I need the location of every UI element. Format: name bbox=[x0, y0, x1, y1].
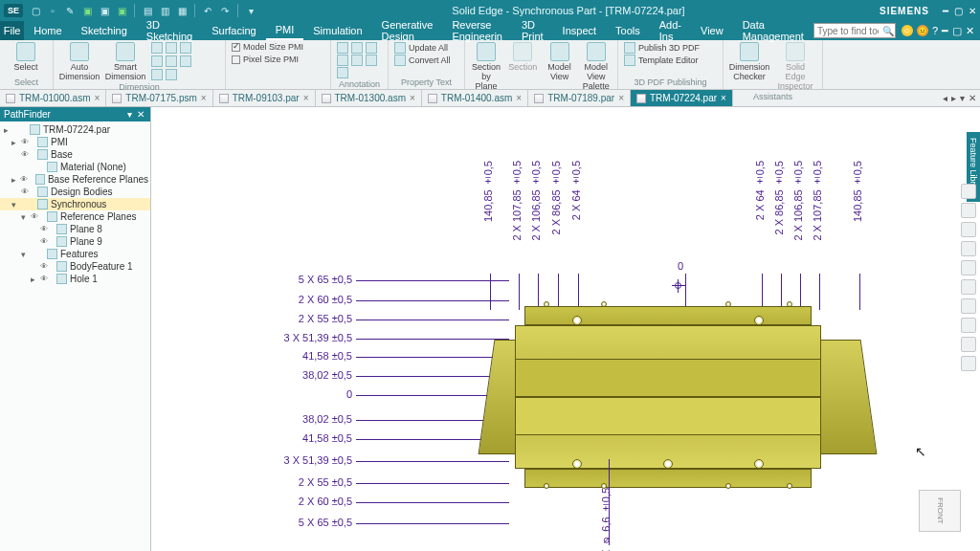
d6-icon[interactable] bbox=[180, 55, 191, 67]
save-icon[interactable]: ✎ bbox=[63, 4, 77, 17]
minimize-icon[interactable]: ━ bbox=[943, 6, 948, 16]
min2-icon[interactable]: ━ bbox=[942, 25, 948, 37]
visibility-icon[interactable] bbox=[13, 125, 27, 134]
pf-node[interactable]: 👁Design Bodies bbox=[0, 186, 150, 198]
new-icon[interactable]: ▢ bbox=[29, 4, 42, 17]
pf-node[interactable]: ▸👁PMI bbox=[0, 136, 150, 148]
tab-next-icon[interactable]: ▸ bbox=[951, 93, 956, 103]
visibility-icon[interactable]: 👁 bbox=[40, 262, 54, 271]
menu-surfacing[interactable]: Surfacing bbox=[202, 21, 265, 40]
tab-close-x-icon[interactable]: × bbox=[94, 93, 100, 103]
menu-simulation[interactable]: Simulation bbox=[303, 21, 371, 40]
model-view-button[interactable]: Model View bbox=[545, 42, 575, 81]
doc-tab[interactable]: TRM-07189.par× bbox=[528, 90, 631, 106]
tab-close-x-icon[interactable]: × bbox=[516, 93, 522, 103]
visibility-icon[interactable]: 👁 bbox=[21, 150, 34, 159]
model-size-pmi-check[interactable]: Model Size PMI bbox=[232, 42, 324, 52]
visibility-icon[interactable]: 👁 bbox=[31, 212, 44, 221]
vtool-8[interactable] bbox=[961, 318, 976, 333]
menu-3d-sketching[interactable]: 3D Sketching bbox=[137, 21, 202, 40]
inspector-button[interactable]: Solid Edge Inspector bbox=[775, 42, 815, 91]
visibility-icon[interactable] bbox=[21, 200, 34, 209]
template-editor-button[interactable]: Template Editor bbox=[624, 55, 717, 66]
menu-tools[interactable]: Tools bbox=[606, 21, 650, 40]
d7-icon[interactable] bbox=[151, 69, 163, 80]
visibility-icon[interactable] bbox=[31, 163, 44, 171]
update-all-button[interactable]: Update All bbox=[394, 42, 458, 54]
close2-icon[interactable]: ✕ bbox=[966, 25, 974, 37]
doc-tab[interactable]: TRM-01300.asm× bbox=[316, 90, 422, 106]
menu-inspect[interactable]: Inspect bbox=[553, 21, 606, 40]
doc-tab[interactable]: TRM-01000.asm× bbox=[0, 90, 106, 106]
tab-list-icon[interactable]: ▾ bbox=[960, 93, 965, 103]
doc3-icon[interactable]: ▦ bbox=[175, 4, 189, 17]
twisty-icon[interactable]: ▸ bbox=[29, 275, 37, 284]
undo-icon[interactable]: ↶ bbox=[201, 4, 214, 17]
menu-view[interactable]: View bbox=[691, 21, 733, 40]
visibility-icon[interactable]: 👁 bbox=[40, 275, 54, 283]
new2-icon[interactable]: ▫ bbox=[46, 4, 59, 17]
visibility-icon[interactable]: 👁 bbox=[40, 225, 54, 233]
tool-search[interactable]: 🔍 bbox=[813, 23, 896, 38]
a2-icon[interactable] bbox=[351, 42, 363, 54]
visibility-icon[interactable] bbox=[31, 250, 44, 258]
help-icon[interactable]: ? bbox=[932, 25, 938, 36]
vtool-5[interactable] bbox=[961, 260, 976, 276]
a3-icon[interactable] bbox=[366, 42, 377, 54]
a6-icon[interactable] bbox=[366, 55, 377, 66]
tab-close-x-icon[interactable]: × bbox=[618, 93, 624, 103]
vtool-1[interactable] bbox=[961, 184, 976, 199]
vtool-9[interactable] bbox=[961, 337, 976, 352]
pixel-size-pmi-check[interactable]: Pixel Size PMI bbox=[232, 55, 324, 64]
tab-close-icon[interactable]: ✕ bbox=[969, 93, 976, 103]
menu-3d-print[interactable]: 3D Print bbox=[512, 21, 553, 40]
model-view-palette-button[interactable]: Model View Palette bbox=[581, 42, 612, 91]
twisty-icon[interactable]: ▸ bbox=[10, 138, 18, 147]
vtool-10[interactable] bbox=[961, 356, 976, 371]
d4-icon[interactable] bbox=[151, 55, 163, 67]
pf-node[interactable]: ▸👁Hole 1 bbox=[0, 273, 150, 285]
pf-node[interactable]: Material (None) bbox=[0, 161, 150, 173]
vtool-6[interactable] bbox=[961, 279, 976, 295]
d1-icon[interactable] bbox=[151, 42, 163, 54]
vtool-2[interactable] bbox=[961, 203, 976, 218]
pf-node[interactable]: 👁Base bbox=[0, 148, 150, 161]
vtool-3[interactable] bbox=[961, 222, 976, 237]
pf-node[interactable]: 👁Plane 9 bbox=[0, 235, 150, 248]
a4-icon[interactable] bbox=[337, 55, 348, 66]
tab-close-x-icon[interactable]: × bbox=[303, 93, 309, 103]
green2-icon[interactable]: ▣ bbox=[98, 4, 111, 17]
menu-file[interactable]: File bbox=[0, 21, 24, 40]
visibility-icon[interactable]: 👁 bbox=[21, 187, 34, 196]
pf-node[interactable]: ▾Features bbox=[0, 248, 150, 260]
maximize-icon[interactable]: ▢ bbox=[954, 6, 963, 16]
search-input[interactable] bbox=[814, 26, 881, 36]
more-icon[interactable]: ▾ bbox=[244, 4, 257, 17]
twisty-icon[interactable]: ▾ bbox=[19, 250, 28, 259]
redo-icon[interactable]: ↷ bbox=[218, 4, 232, 17]
doc1-icon[interactable]: ▤ bbox=[141, 4, 154, 17]
pf-node[interactable]: ▾👁Reference Planes bbox=[0, 210, 150, 223]
twisty-icon[interactable]: ▾ bbox=[10, 200, 18, 209]
visibility-icon[interactable]: 👁 bbox=[20, 175, 33, 184]
vtool-4[interactable] bbox=[961, 241, 976, 256]
publish-3d-pdf-button[interactable]: Publish 3D PDF bbox=[624, 42, 717, 54]
menu-sketching[interactable]: Sketching bbox=[72, 21, 137, 40]
menu-addins[interactable]: Add-Ins bbox=[650, 21, 691, 40]
a1-icon[interactable] bbox=[337, 42, 348, 54]
menu-pmi[interactable]: PMI bbox=[266, 21, 304, 40]
viewport[interactable]: Feature Library 5 X 65 ±0,52 X 60 ±0,52 … bbox=[151, 107, 980, 551]
green3-icon[interactable]: ▣ bbox=[115, 4, 128, 17]
pf-node[interactable]: 👁BodyFeature 1 bbox=[0, 260, 150, 273]
pathfinder-header[interactable]: PathFinder ▾ ✕ bbox=[0, 107, 150, 121]
tab-close-x-icon[interactable]: × bbox=[201, 93, 207, 103]
tab-close-x-icon[interactable]: × bbox=[410, 93, 415, 103]
menu-reverse-engineering[interactable]: Reverse Engineerin bbox=[442, 21, 512, 40]
green1-icon[interactable]: ▣ bbox=[80, 4, 94, 17]
pf-close-icon[interactable]: ✕ bbox=[135, 109, 146, 120]
pathfinder-tree[interactable]: ▸TRM-07224.par▸👁PMI👁BaseMaterial (None)▸… bbox=[0, 121, 150, 287]
twisty-icon[interactable]: ▸ bbox=[2, 125, 11, 135]
menu-generative-design[interactable]: Generative Design bbox=[372, 21, 443, 40]
doc-tab[interactable]: TRM-07175.psm× bbox=[106, 90, 212, 106]
a5-icon[interactable] bbox=[351, 55, 363, 66]
